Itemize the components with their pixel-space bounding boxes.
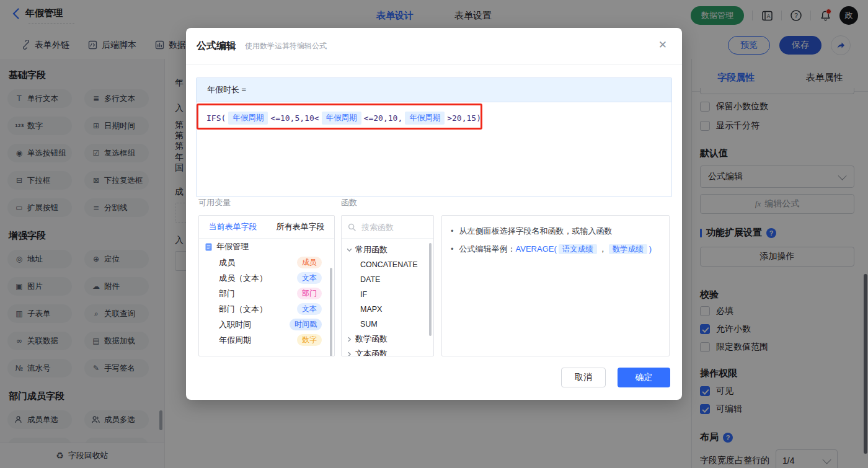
example-function: AVERAGE(: [516, 244, 557, 254]
function-search-input[interactable]: [360, 222, 425, 232]
variable-row[interactable]: 部门（文本）文本: [199, 301, 334, 317]
functions-scrollbar[interactable]: [429, 243, 432, 336]
form-doc-icon: [205, 243, 212, 251]
chevron-down-icon: [347, 247, 352, 253]
confirm-button[interactable]: 确定: [618, 368, 670, 387]
chevron-right-icon: [347, 337, 352, 342]
variable-row[interactable]: 成员成员: [199, 255, 334, 270]
type-badge: 文本: [297, 303, 322, 315]
form-tree-root[interactable]: 年假管理: [199, 239, 334, 255]
field-chip[interactable]: 年假周期: [228, 112, 268, 125]
example-field-chip: 数学成绩: [609, 244, 647, 254]
function-group-math[interactable]: 数学函数: [342, 332, 433, 347]
formula-editor-box[interactable]: 年假时长 = IFS( 年假周期 <=10,5,10< 年假周期 <=20,10…: [196, 77, 672, 197]
variables-label: 可用变量: [198, 197, 231, 208]
formula-code: <=10,5,10<: [270, 113, 319, 123]
search-icon: [348, 223, 356, 231]
close-icon[interactable]: ✕: [658, 40, 667, 50]
formula-target: 年假时长 =: [197, 78, 671, 102]
dialog-subtitle: 使用数学运算符编辑公式: [245, 41, 327, 51]
cancel-button[interactable]: 取消: [561, 368, 606, 387]
variable-row[interactable]: 部门部门: [199, 286, 334, 301]
chevron-right-icon: [347, 351, 352, 357]
type-badge: 成员: [297, 257, 322, 268]
function-group-text[interactable]: 文本函数: [342, 347, 433, 356]
field-chip[interactable]: 年假周期: [405, 112, 445, 125]
functions-label: 函数: [341, 197, 357, 208]
formula-code: IFS(: [206, 113, 226, 123]
dialog-header: 公式编辑 使用数学运算符编辑公式: [186, 28, 682, 64]
variables-panel: 当前表单字段 所有表单字段 年假管理 成员成员 成员（文本）文本 部门部门 部门…: [198, 215, 335, 356]
function-item[interactable]: IF: [342, 287, 433, 302]
variable-row[interactable]: 年假周期数字: [199, 332, 334, 348]
tip-line: • 从左侧面板选择字段名和函数，或输入函数: [451, 225, 660, 237]
bullet: •: [451, 243, 454, 255]
tab-current-form-fields[interactable]: 当前表单字段: [209, 221, 257, 232]
function-item[interactable]: DATE: [342, 272, 433, 287]
function-item[interactable]: CONCATENATE: [342, 257, 433, 272]
app-window: 年假管理 表单设计 表单设置 数据管理 A ? 政: [0, 0, 868, 468]
variable-row[interactable]: 入职时间时间戳: [199, 317, 334, 332]
function-item[interactable]: SUM: [342, 317, 433, 332]
variable-row[interactable]: 成员（文本）文本: [199, 270, 334, 286]
tip-example-line: • 公式编辑举例：AVERAGE(语文成绩，数学成绩): [451, 243, 660, 255]
tips-panel: • 从左侧面板选择字段名和函数，或输入函数 • 公式编辑举例：AVERAGE(语…: [441, 215, 670, 356]
functions-panel: 常用函数 CONCATENATE DATE IF MAPX SUM 数学函数 文…: [341, 215, 434, 356]
function-group-common[interactable]: 常用函数: [342, 242, 433, 257]
example-field-chip: 语文成绩: [559, 244, 597, 254]
formula-expression[interactable]: IFS( 年假周期 <=10,5,10< 年假周期 <=20,10, 年假周期 …: [197, 102, 671, 134]
formula-code: <=20,10,: [364, 113, 403, 123]
bullet: •: [451, 225, 454, 237]
formula-code: >20,15): [447, 113, 481, 123]
function-search[interactable]: [342, 216, 433, 239]
formula-editor-dialog: 公式编辑 使用数学运算符编辑公式 ✕ 年假时长 = IFS( 年假周期 <=10…: [186, 28, 682, 400]
example-close-paren: ): [649, 244, 652, 254]
type-badge: 时间戳: [290, 319, 322, 330]
field-chip[interactable]: 年假周期: [322, 112, 361, 125]
function-item[interactable]: MAPX: [342, 302, 433, 317]
type-badge: 数字: [297, 334, 322, 346]
dialog-title: 公式编辑: [197, 40, 236, 53]
tab-all-form-fields[interactable]: 所有表单字段: [277, 221, 325, 232]
variables-scrollbar[interactable]: [330, 268, 332, 356]
type-badge: 部门: [297, 288, 322, 299]
type-badge: 文本: [297, 272, 322, 284]
